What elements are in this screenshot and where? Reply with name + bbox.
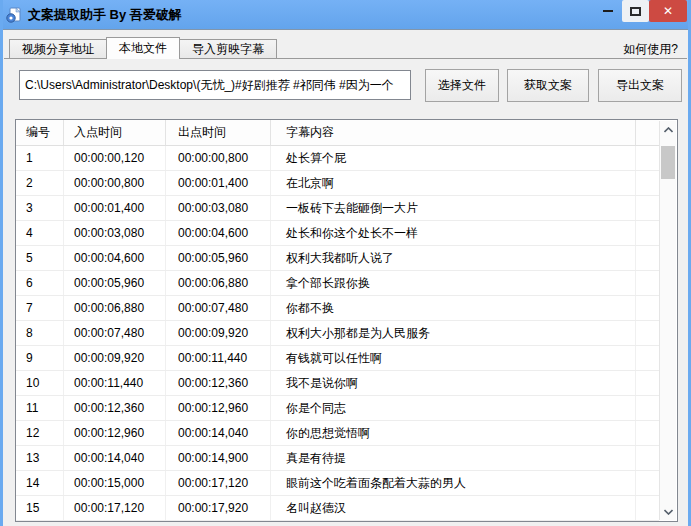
header-subtitle-text[interactable]: 字幕内容: [271, 120, 636, 145]
row-out-time-cell: 00:00:11,440: [166, 346, 271, 370]
row-number-cell: 8: [16, 321, 64, 345]
row-number-cell: 15: [16, 496, 64, 520]
row-filler-cell: [636, 171, 659, 195]
help-link[interactable]: 如何使用?: [623, 39, 682, 59]
select-file-button[interactable]: 选择文件: [425, 69, 499, 102]
row-filler-cell: [636, 196, 659, 220]
row-out-time-cell: 00:00:05,960: [166, 246, 271, 270]
row-out-time-cell: 00:00:04,600: [166, 221, 271, 245]
row-subtitle-cell: 拿个部长跟你换: [271, 271, 636, 295]
tab-import-jianying-subtitles[interactable]: 导入剪映字幕: [179, 39, 277, 59]
row-number-cell: 5: [16, 246, 64, 270]
row-subtitle-cell: 处长和你这个处长不一样: [271, 221, 636, 245]
table-row[interactable]: 10 00:00:11,440 00:00:12,360 我不是说你啊: [16, 371, 659, 396]
table-row[interactable]: 15 00:00:17,120 00:00:17,920 名叫赵德汉: [16, 496, 659, 521]
row-number-cell: 6: [16, 271, 64, 295]
row-filler-cell: [636, 321, 659, 345]
row-number-cell: 10: [16, 371, 64, 395]
maximize-icon: [630, 7, 641, 16]
row-filler-cell: [636, 371, 659, 395]
window-title: 文案提取助手 By 吾爱破解: [28, 0, 182, 30]
header-number[interactable]: 编号: [16, 120, 64, 145]
row-number-cell: 12: [16, 421, 64, 445]
row-number-cell: 13: [16, 446, 64, 470]
row-filler-cell: [636, 421, 659, 445]
tab-page-local-file: 选择文件 获取文案 导出文案 编号 入点时间 出点时间 字幕内容 1 00:00…: [4, 58, 687, 526]
row-in-time-cell: 00:00:11,440: [64, 371, 166, 395]
table-row[interactable]: 12 00:00:12,960 00:00:14,040 你的思想觉悟啊: [16, 421, 659, 446]
row-filler-cell: [636, 246, 659, 270]
row-number-cell: 1: [16, 146, 64, 170]
maximize-button[interactable]: [622, 0, 649, 22]
close-button[interactable]: ✕: [649, 0, 687, 22]
table-row[interactable]: 3 00:00:01,400 00:00:03,080 一板砖下去能砸倒一大片: [16, 196, 659, 221]
tab-strip: 视频分享地址 本地文件 导入剪映字幕 如何使用?: [9, 37, 682, 59]
row-in-time-cell: 00:00:17,120: [64, 496, 166, 520]
table-header-row: 编号 入点时间 出点时间 字幕内容: [16, 120, 659, 146]
row-subtitle-cell: 权利大小那都是为人民服务: [271, 321, 636, 345]
row-filler-cell: [636, 346, 659, 370]
scrollbar-thumb[interactable]: [661, 146, 675, 179]
file-path-input[interactable]: [19, 70, 411, 100]
row-number-cell: 14: [16, 471, 64, 495]
row-subtitle-cell: 名叫赵德汉: [271, 496, 636, 520]
row-out-time-cell: 00:00:01,400: [166, 171, 271, 195]
table-row[interactable]: 5 00:00:04,600 00:00:05,960 权利大我都听人说了: [16, 246, 659, 271]
table-row[interactable]: 7 00:00:06,880 00:00:07,480 你都不换: [16, 296, 659, 321]
row-subtitle-cell: 在北京啊: [271, 171, 636, 195]
table-body: 1 00:00:00,120 00:00:00,800 处长算个屁 2 00:0…: [16, 146, 677, 521]
row-out-time-cell: 00:00:17,120: [166, 471, 271, 495]
row-subtitle-cell: 你都不换: [271, 296, 636, 320]
scroll-down-button[interactable]: [660, 503, 676, 520]
row-subtitle-cell: 眼前这个吃着面条配着大蒜的男人: [271, 471, 636, 495]
row-filler-cell: [636, 221, 659, 245]
row-filler-cell: [636, 496, 659, 520]
tab-local-file[interactable]: 本地文件: [106, 37, 180, 59]
table-row[interactable]: 13 00:00:14,040 00:00:14,900 真是有待提: [16, 446, 659, 471]
header-filler: [636, 120, 659, 145]
row-number-cell: 11: [16, 396, 64, 420]
table-row[interactable]: 9 00:00:09,920 00:00:11,440 有钱就可以任性啊: [16, 346, 659, 371]
minimize-icon: [603, 10, 613, 12]
row-out-time-cell: 00:00:17,920: [166, 496, 271, 520]
row-filler-cell: [636, 396, 659, 420]
tab-video-share-url[interactable]: 视频分享地址: [9, 39, 107, 59]
title-bar[interactable]: 文案提取助手 By 吾爱破解 ✕: [0, 0, 691, 30]
header-in-time[interactable]: 入点时间: [64, 120, 166, 145]
export-text-button[interactable]: 导出文案: [598, 69, 682, 102]
table-row[interactable]: 6 00:00:05,960 00:00:06,880 拿个部长跟你换: [16, 271, 659, 296]
row-in-time-cell: 00:00:00,800: [64, 171, 166, 195]
row-in-time-cell: 00:00:03,080: [64, 221, 166, 245]
row-in-time-cell: 00:00:07,480: [64, 321, 166, 345]
table-row[interactable]: 4 00:00:03,080 00:00:04,600 处长和你这个处长不一样: [16, 221, 659, 246]
row-out-time-cell: 00:00:14,040: [166, 421, 271, 445]
row-filler-cell: [636, 471, 659, 495]
row-in-time-cell: 00:00:00,120: [64, 146, 166, 170]
row-subtitle-cell: 你是个同志: [271, 396, 636, 420]
row-out-time-cell: 00:00:00,800: [166, 146, 271, 170]
chevron-up-icon: [664, 127, 673, 133]
table-row[interactable]: 8 00:00:07,480 00:00:09,920 权利大小那都是为人民服务: [16, 321, 659, 346]
window-controls: ✕: [594, 0, 687, 22]
header-out-time[interactable]: 出点时间: [166, 120, 271, 145]
row-number-cell: 3: [16, 196, 64, 220]
table-row[interactable]: 11 00:00:12,360 00:00:12,960 你是个同志: [16, 396, 659, 421]
table-row[interactable]: 1 00:00:00,120 00:00:00,800 处长算个屁: [16, 146, 659, 171]
row-filler-cell: [636, 271, 659, 295]
get-text-button[interactable]: 获取文案: [507, 69, 589, 102]
file-row: 选择文件 获取文案 导出文案: [19, 68, 687, 102]
row-number-cell: 2: [16, 171, 64, 195]
table-row[interactable]: 2 00:00:00,800 00:00:01,400 在北京啊: [16, 171, 659, 196]
row-subtitle-cell: 真是有待提: [271, 446, 636, 470]
scroll-up-button[interactable]: [660, 121, 676, 138]
row-subtitle-cell: 有钱就可以任性啊: [271, 346, 636, 370]
row-in-time-cell: 00:00:15,000: [64, 471, 166, 495]
vertical-scrollbar[interactable]: [659, 121, 676, 520]
row-in-time-cell: 00:00:12,960: [64, 421, 166, 445]
table-row[interactable]: 14 00:00:15,000 00:00:17,120 眼前这个吃着面条配着大…: [16, 471, 659, 496]
row-in-time-cell: 00:00:12,360: [64, 396, 166, 420]
row-filler-cell: [636, 146, 659, 170]
row-out-time-cell: 00:00:14,900: [166, 446, 271, 470]
minimize-button[interactable]: [594, 0, 622, 22]
row-out-time-cell: 00:00:12,360: [166, 371, 271, 395]
